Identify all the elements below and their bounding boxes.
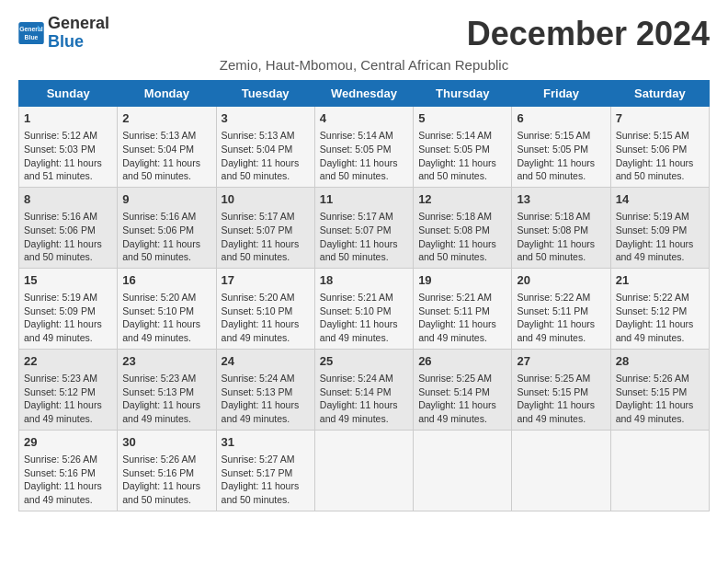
day-number: 14 xyxy=(616,191,704,208)
daylight-info: Daylight: 11 hours and 50 minutes. xyxy=(222,237,310,264)
table-row: 8 Sunrise: 5:16 AM Sunset: 5:06 PM Dayli… xyxy=(19,187,710,268)
daylight-info: Daylight: 11 hours and 50 minutes. xyxy=(122,156,210,183)
day-number: 22 xyxy=(24,353,112,370)
sunset-info: Sunset: 5:14 PM xyxy=(320,385,408,399)
day-number: 10 xyxy=(222,191,310,208)
daylight-info: Daylight: 11 hours and 50 minutes. xyxy=(222,156,310,183)
calendar-cell: 29 Sunrise: 5:26 AM Sunset: 5:16 PM Dayl… xyxy=(19,430,118,511)
day-number: 12 xyxy=(418,191,506,208)
calendar-cell: 16 Sunrise: 5:20 AM Sunset: 5:10 PM Dayl… xyxy=(118,268,216,349)
calendar-cell: 2 Sunrise: 5:13 AM Sunset: 5:04 PM Dayli… xyxy=(118,107,216,188)
day-number: 2 xyxy=(122,110,210,127)
sunrise-info: Sunrise: 5:26 AM xyxy=(616,372,704,385)
sunrise-info: Sunrise: 5:21 AM xyxy=(418,291,506,304)
logo-icon: General Blue xyxy=(18,22,44,44)
day-number: 15 xyxy=(24,272,112,289)
daylight-info: Daylight: 11 hours and 49 minutes. xyxy=(24,479,112,506)
calendar-cell: 9 Sunrise: 5:16 AM Sunset: 5:06 PM Dayli… xyxy=(118,187,216,268)
day-number: 13 xyxy=(517,191,605,208)
sunset-info: Sunset: 5:05 PM xyxy=(418,143,506,156)
day-number: 23 xyxy=(122,353,210,370)
table-row: 1 Sunrise: 5:12 AM Sunset: 5:03 PM Dayli… xyxy=(19,107,710,188)
calendar-cell: 21 Sunrise: 5:22 AM Sunset: 5:12 PM Dayl… xyxy=(610,268,709,349)
daylight-info: Daylight: 11 hours and 51 minutes. xyxy=(24,156,112,183)
sunrise-info: Sunrise: 5:26 AM xyxy=(24,453,112,466)
sunset-info: Sunset: 5:10 PM xyxy=(320,304,408,318)
calendar-cell: 25 Sunrise: 5:24 AM Sunset: 5:14 PM Dayl… xyxy=(314,349,413,430)
day-number: 11 xyxy=(320,191,408,208)
daylight-info: Daylight: 11 hours and 50 minutes. xyxy=(222,479,310,506)
day-number: 19 xyxy=(418,272,506,289)
calendar-cell xyxy=(314,430,413,511)
sunset-info: Sunset: 5:06 PM xyxy=(122,224,210,237)
calendar-cell: 3 Sunrise: 5:13 AM Sunset: 5:04 PM Dayli… xyxy=(216,107,314,188)
daylight-info: Daylight: 11 hours and 50 minutes. xyxy=(24,237,112,264)
daylight-info: Daylight: 11 hours and 50 minutes. xyxy=(517,237,605,264)
calendar-cell: 18 Sunrise: 5:21 AM Sunset: 5:10 PM Dayl… xyxy=(314,268,413,349)
daylight-info: Daylight: 11 hours and 49 minutes. xyxy=(222,317,310,344)
calendar-cell: 6 Sunrise: 5:15 AM Sunset: 5:05 PM Dayli… xyxy=(512,107,610,188)
table-row: 22 Sunrise: 5:23 AM Sunset: 5:12 PM Dayl… xyxy=(19,349,710,430)
calendar-cell: 30 Sunrise: 5:26 AM Sunset: 5:16 PM Dayl… xyxy=(118,430,216,511)
daylight-info: Daylight: 11 hours and 50 minutes. xyxy=(122,237,210,264)
day-number: 9 xyxy=(122,191,210,208)
sunrise-info: Sunrise: 5:24 AM xyxy=(320,372,408,385)
col-tuesday: Tuesday xyxy=(216,81,314,107)
calendar-cell: 17 Sunrise: 5:20 AM Sunset: 5:10 PM Dayl… xyxy=(216,268,314,349)
calendar-cell: 24 Sunrise: 5:24 AM Sunset: 5:13 PM Dayl… xyxy=(216,349,314,430)
logo-text-general: General xyxy=(48,15,109,33)
day-number: 6 xyxy=(517,110,605,127)
header-row: Sunday Monday Tuesday Wednesday Thursday… xyxy=(19,81,710,107)
sunset-info: Sunset: 5:04 PM xyxy=(222,143,310,156)
daylight-info: Daylight: 11 hours and 50 minutes. xyxy=(418,237,506,264)
day-number: 16 xyxy=(122,272,210,289)
daylight-info: Daylight: 11 hours and 49 minutes. xyxy=(616,398,704,425)
daylight-info: Daylight: 11 hours and 50 minutes. xyxy=(418,156,506,183)
daylight-info: Daylight: 11 hours and 50 minutes. xyxy=(517,156,605,183)
title-block: December 2024 xyxy=(467,15,710,53)
sunrise-info: Sunrise: 5:16 AM xyxy=(24,210,112,224)
day-number: 8 xyxy=(24,191,112,208)
sunrise-info: Sunrise: 5:23 AM xyxy=(24,372,112,385)
sunrise-info: Sunrise: 5:19 AM xyxy=(616,210,704,224)
sunset-info: Sunset: 5:05 PM xyxy=(517,143,605,156)
day-number: 24 xyxy=(222,353,310,370)
sunset-info: Sunset: 5:04 PM xyxy=(122,143,210,156)
calendar-cell: 1 Sunrise: 5:12 AM Sunset: 5:03 PM Dayli… xyxy=(19,107,118,188)
sunrise-info: Sunrise: 5:20 AM xyxy=(122,291,210,304)
calendar-cell: 11 Sunrise: 5:17 AM Sunset: 5:07 PM Dayl… xyxy=(314,187,413,268)
daylight-info: Daylight: 11 hours and 49 minutes. xyxy=(122,398,210,425)
calendar-cell: 28 Sunrise: 5:26 AM Sunset: 5:15 PM Dayl… xyxy=(610,349,709,430)
sunset-info: Sunset: 5:09 PM xyxy=(24,304,112,318)
day-number: 5 xyxy=(418,110,506,127)
sunrise-info: Sunrise: 5:17 AM xyxy=(320,210,408,224)
sunset-info: Sunset: 5:15 PM xyxy=(616,385,704,399)
calendar-cell: 19 Sunrise: 5:21 AM Sunset: 5:11 PM Dayl… xyxy=(414,268,512,349)
calendar-cell: 20 Sunrise: 5:22 AM Sunset: 5:11 PM Dayl… xyxy=(512,268,610,349)
sunset-info: Sunset: 5:10 PM xyxy=(222,304,310,318)
sunrise-info: Sunrise: 5:12 AM xyxy=(24,129,112,143)
calendar-cell xyxy=(512,430,610,511)
daylight-info: Daylight: 11 hours and 50 minutes. xyxy=(320,237,408,264)
daylight-info: Daylight: 11 hours and 50 minutes. xyxy=(320,156,408,183)
col-saturday: Saturday xyxy=(610,81,709,107)
daylight-info: Daylight: 11 hours and 49 minutes. xyxy=(616,237,704,264)
day-number: 17 xyxy=(222,272,310,289)
page-header: General Blue General Blue December 2024 xyxy=(18,15,710,53)
sunset-info: Sunset: 5:13 PM xyxy=(222,385,310,399)
sunrise-info: Sunrise: 5:13 AM xyxy=(222,129,310,143)
sunset-info: Sunset: 5:12 PM xyxy=(616,304,704,318)
calendar-cell: 31 Sunrise: 5:27 AM Sunset: 5:17 PM Dayl… xyxy=(216,430,314,511)
sunset-info: Sunset: 5:10 PM xyxy=(122,304,210,318)
col-sunday: Sunday xyxy=(19,81,118,107)
sunset-info: Sunset: 5:09 PM xyxy=(616,224,704,237)
calendar-cell: 26 Sunrise: 5:25 AM Sunset: 5:14 PM Dayl… xyxy=(414,349,512,430)
sunset-info: Sunset: 5:12 PM xyxy=(24,385,112,399)
sunrise-info: Sunrise: 5:13 AM xyxy=(122,129,210,143)
sunrise-info: Sunrise: 5:21 AM xyxy=(320,291,408,304)
day-number: 4 xyxy=(320,110,408,127)
sunrise-info: Sunrise: 5:27 AM xyxy=(222,453,310,466)
daylight-info: Daylight: 11 hours and 50 minutes. xyxy=(616,156,704,183)
sunset-info: Sunset: 5:13 PM xyxy=(122,385,210,399)
day-number: 31 xyxy=(222,434,310,451)
